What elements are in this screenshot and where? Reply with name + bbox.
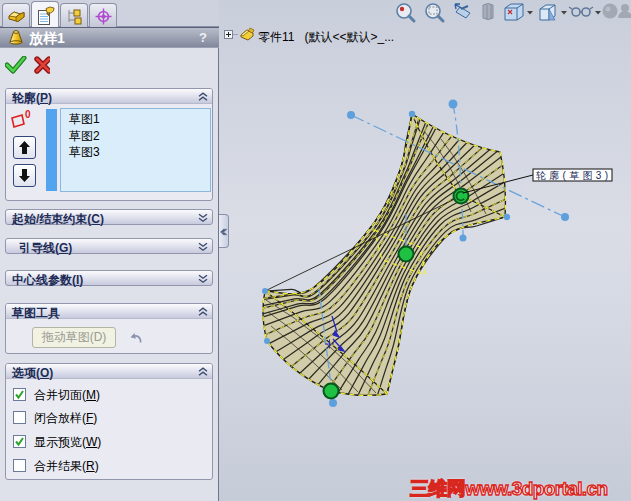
svg-text:0: 0	[25, 110, 31, 120]
